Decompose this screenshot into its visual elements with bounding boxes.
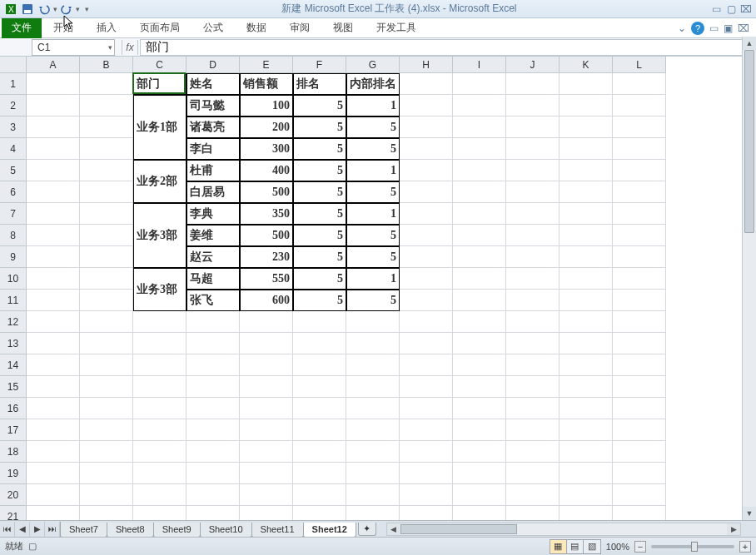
zoom-slider[interactable] [651,545,734,548]
cell-B5[interactable] [80,160,133,181]
cell-H17[interactable] [400,419,453,441]
cell-E6[interactable]: 500 [240,181,293,203]
cell-G2[interactable]: 1 [346,95,400,116]
cell-E2[interactable]: 100 [240,95,293,116]
cell-H9[interactable] [400,246,453,268]
cell-L5[interactable] [613,160,666,181]
cell-D16[interactable] [187,398,240,419]
cell-A12[interactable] [27,311,80,333]
cell-E9[interactable]: 230 [240,246,293,268]
new-sheet-icon[interactable]: ✦ [358,523,376,536]
cell-D4[interactable]: 李白 [187,138,240,160]
cell-K10[interactable] [560,268,613,290]
cell-A13[interactable] [27,333,80,354]
cell-B6[interactable] [80,181,133,203]
cell-K1[interactable] [560,73,613,95]
cell-J12[interactable] [506,311,560,333]
col-header-E[interactable]: E [240,57,293,72]
cell-E16[interactable] [240,398,293,419]
row-header-1[interactable]: 1 [0,73,26,95]
cell-B14[interactable] [80,354,133,376]
cell-J16[interactable] [506,398,560,419]
cell-J18[interactable] [506,441,560,463]
cell-A20[interactable] [27,484,80,506]
tab-first-icon[interactable]: ⏮ [0,522,15,537]
cell-K6[interactable] [560,181,613,203]
cell-H3[interactable] [400,116,453,138]
cell-C14[interactable] [133,354,187,376]
cell-L16[interactable] [613,398,666,419]
cell-B13[interactable] [80,333,133,354]
cell-H10[interactable] [400,268,453,290]
cell-D8[interactable]: 姜维 [187,225,240,246]
cell-F3[interactable]: 5 [293,116,346,138]
cell-I11[interactable] [453,290,506,311]
cell-E13[interactable] [240,333,293,354]
cell-G20[interactable] [346,484,400,506]
cell-G15[interactable] [346,376,400,398]
cell-A7[interactable] [27,203,80,225]
cell-H13[interactable] [400,333,453,354]
cell-G11[interactable]: 5 [346,290,400,311]
row-header-9[interactable]: 9 [0,246,26,268]
cell-J6[interactable] [506,181,560,203]
cell-B11[interactable] [80,290,133,311]
tab-prev-icon[interactable]: ◀ [15,522,30,537]
cell-E15[interactable] [240,376,293,398]
cell-G3[interactable]: 5 [346,116,400,138]
row-header-20[interactable]: 20 [0,484,26,506]
sheet-tab-Sheet12[interactable]: Sheet12 [303,523,356,538]
cell-H7[interactable] [400,203,453,225]
cell-E1[interactable]: 销售额 [240,73,293,95]
cell-F12[interactable] [293,311,346,333]
cell-L12[interactable] [613,311,666,333]
cell-C15[interactable] [133,376,187,398]
col-header-G[interactable]: G [346,57,400,72]
scroll-h-thumb[interactable] [400,524,517,534]
cell-L4[interactable] [613,138,666,160]
minimize-icon[interactable]: ▭ [709,3,723,15]
cell-G10[interactable]: 1 [346,268,400,290]
cell-D18[interactable] [187,441,240,463]
cell-D10[interactable]: 马超 [187,268,240,290]
cell-G19[interactable] [346,463,400,484]
cell-B1[interactable] [80,73,133,95]
undo-dropdown-icon[interactable]: ▾ [53,5,57,13]
row-header-13[interactable]: 13 [0,333,26,354]
cell-H11[interactable] [400,290,453,311]
cell-L6[interactable] [613,181,666,203]
cell-C18[interactable] [133,441,187,463]
cell-I17[interactable] [453,419,506,441]
cell-G9[interactable]: 5 [346,246,400,268]
cell-F1[interactable]: 排名 [293,73,346,95]
cell-C7[interactable]: 业务3部 [133,203,187,268]
row-header-19[interactable]: 19 [0,463,26,484]
cell-G13[interactable] [346,333,400,354]
col-header-B[interactable]: B [80,57,133,72]
row-header-2[interactable]: 2 [0,95,26,116]
cell-J4[interactable] [506,138,560,160]
cell-E18[interactable] [240,441,293,463]
workbook-close-icon[interactable]: ⌧ [738,22,749,34]
cell-F9[interactable]: 5 [293,246,346,268]
cell-J2[interactable] [506,95,560,116]
cell-D20[interactable] [187,484,240,506]
cell-J1[interactable] [506,73,560,95]
col-header-A[interactable]: A [27,57,80,72]
cell-D9[interactable]: 赵云 [187,246,240,268]
cell-K8[interactable] [560,225,613,246]
cell-A19[interactable] [27,463,80,484]
cell-K13[interactable] [560,333,613,354]
cell-I3[interactable] [453,116,506,138]
cell-B3[interactable] [80,116,133,138]
ribbon-minimize-icon[interactable]: ⌄ [678,22,686,34]
row-header-3[interactable]: 3 [0,116,26,138]
cell-G4[interactable]: 5 [346,138,400,160]
cell-L8[interactable] [613,225,666,246]
cell-D3[interactable]: 诸葛亮 [187,116,240,138]
macro-record-icon[interactable]: ▢ [28,541,37,552]
cell-H8[interactable] [400,225,453,246]
cell-A17[interactable] [27,419,80,441]
col-header-F[interactable]: F [293,57,346,72]
row-header-18[interactable]: 18 [0,441,26,463]
